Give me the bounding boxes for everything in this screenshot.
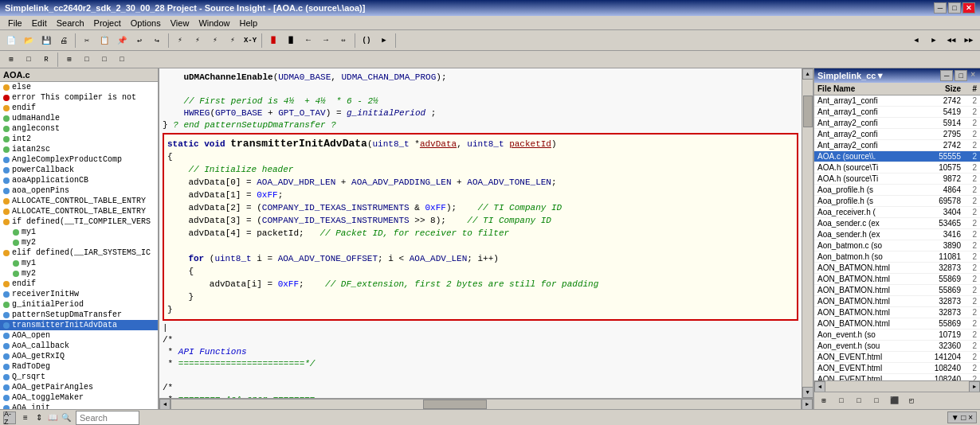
tb-icon6[interactable]: ▐▌ [283, 33, 299, 49]
symbol-item[interactable]: transmitterInitAdvData [0, 320, 158, 330]
tb-right4[interactable]: ▶▶ [961, 33, 977, 49]
rp-btn6[interactable]: ◰ [904, 393, 919, 409]
right-scroll-right[interactable]: ► [969, 381, 980, 392]
status-btn4[interactable]: 🔍 [60, 411, 73, 424]
symbol-item[interactable]: int2 [0, 134, 158, 144]
minimize-button[interactable]: ─ [934, 2, 947, 14]
file-item[interactable]: Aoa_profile.h (s695782 [814, 196, 980, 207]
symbol-item[interactable]: patternSetupDmaTransfer [0, 310, 158, 320]
symbol-item[interactable]: AOA_init [0, 403, 158, 409]
file-item[interactable]: AON_EVENT.html1412042 [814, 352, 980, 363]
paste-button[interactable]: 📌 [114, 33, 130, 49]
menu-project[interactable]: Project [89, 16, 126, 29]
file-item[interactable]: AOA.c (source\\.555552 [814, 151, 980, 162]
symbol-item[interactable]: my2 [10, 237, 158, 248]
code-scrollbar[interactable]: ▲ ▼ [802, 68, 813, 398]
file-item[interactable]: Aon_batmon.h (so110812 [814, 251, 980, 263]
tb2-icon3[interactable]: R [38, 52, 54, 68]
symbol-item[interactable]: my1 [10, 227, 158, 237]
file-item[interactable]: Aoa_sender.c (ex534652 [814, 218, 980, 229]
file-item[interactable]: AOA.h (source\Ti105752 [814, 162, 980, 174]
new-button[interactable]: 📄 [3, 33, 19, 49]
file-item[interactable]: AON_BATMON.html328732 [814, 307, 980, 318]
file-item[interactable]: Ant_array2_confi27422 [814, 140, 980, 151]
file-list[interactable]: Ant_array1_confi27422Ant_array1_confi541… [814, 96, 980, 380]
file-item[interactable]: Aoa_profile.h (s48642 [814, 185, 980, 196]
symbol-item[interactable]: AngleComplexProductComp [0, 154, 158, 165]
symbol-item[interactable]: ALLOCATE_CONTROL_TABLE_ENTRY [0, 206, 158, 216]
symbol-item[interactable]: else [0, 82, 158, 92]
az-icon[interactable]: A-Z [3, 411, 16, 424]
symbol-item[interactable]: angleconst [0, 123, 158, 134]
file-item[interactable]: AON_BATMON.html328732 [814, 263, 980, 274]
file-item[interactable]: AON_BATMON.html558692 [814, 318, 980, 329]
symbol-item[interactable]: RadToDeg [0, 361, 158, 372]
file-item[interactable]: Aon_batmon.c (so38902 [814, 240, 980, 251]
code-editor[interactable]: uDMAChannelEnable(UDMA0_BASE, UDMA_CHAN_… [159, 68, 802, 398]
symbol-item[interactable]: udmaHandle [0, 113, 158, 123]
symbol-item[interactable]: elif defined(__IAR_SYSTEMS_IC [0, 248, 158, 258]
file-item[interactable]: Ant_array1_confi54192 [814, 107, 980, 118]
rp-btn4[interactable]: □ [868, 393, 884, 409]
symbol-item[interactable]: my1 [10, 258, 158, 268]
tb-icon3[interactable]: ⚡ [207, 33, 223, 49]
file-item[interactable]: AON_EVENT.html1082402 [814, 363, 980, 374]
redo-button[interactable]: ↪ [149, 33, 165, 49]
h-scroll-track[interactable] [171, 399, 802, 410]
rp-btn5[interactable]: ⬛ [886, 393, 902, 409]
symbol-item[interactable]: iatan2sc [0, 144, 158, 154]
symbol-item[interactable]: ALLOCATE_CONTROL_TABLE_ENTRY [0, 196, 158, 206]
cut-button[interactable]: ✂ [79, 33, 95, 49]
menu-options[interactable]: Options [126, 16, 166, 29]
symbol-item[interactable]: aoa_openPins [0, 185, 158, 196]
symbol-item[interactable]: endif [0, 279, 158, 289]
symbol-item[interactable]: AoA_callback [0, 341, 158, 351]
save-button[interactable]: 💾 [38, 33, 54, 49]
tb-icon2[interactable]: ⚡ [190, 33, 206, 49]
file-item[interactable]: Ant_array2_confi27952 [814, 129, 980, 140]
file-item[interactable]: AON_BATMON.html328732 [814, 296, 980, 307]
file-item[interactable]: AOA.h (source\Ti98722 [814, 174, 980, 185]
tb-right2[interactable]: ▶ [926, 33, 942, 49]
scroll-up-btn[interactable]: ▲ [802, 68, 813, 80]
tb-icon7[interactable]: ▶ [376, 33, 392, 49]
tb-icon1[interactable]: ⚡ [172, 33, 188, 49]
symbol-item[interactable]: Q_rsqrt [0, 372, 158, 382]
scroll-down-btn[interactable]: ▼ [802, 387, 813, 398]
open-button[interactable]: 📂 [21, 33, 37, 49]
panel-maximize[interactable]: □ [955, 70, 967, 81]
scroll-left-btn[interactable]: ◄ [159, 399, 171, 410]
menu-help[interactable]: Help [235, 16, 263, 29]
symbol-item[interactable]: endif [0, 103, 158, 113]
symbol-list[interactable]: elseerror This compiler is notendifudmaH… [0, 82, 158, 409]
tb-right3[interactable]: ◀◀ [943, 33, 959, 49]
forward-button[interactable]: → [318, 33, 334, 49]
right-scroll-left[interactable]: ◄ [814, 381, 825, 392]
file-item[interactable]: Aoa_receiver.h (34042 [814, 207, 980, 218]
tb-right1[interactable]: ◀ [908, 33, 924, 49]
status-btn1[interactable]: ≡ [19, 411, 32, 424]
file-item[interactable]: AON_EVENT.html1082402 [814, 374, 980, 380]
xy-button[interactable]: X-Y [242, 33, 258, 49]
tb2-icon1[interactable]: ⊞ [3, 52, 19, 68]
search-input[interactable] [76, 411, 139, 425]
scroll-thumb[interactable] [803, 96, 813, 127]
fn-button[interactable]: () [359, 33, 374, 49]
file-item[interactable]: Aoa_sender.h (ex34162 [814, 229, 980, 240]
menu-view[interactable]: View [166, 16, 194, 29]
tb2-icon7[interactable]: □ [114, 52, 130, 68]
print-button[interactable]: 🖨 [56, 33, 72, 49]
symbol-item[interactable]: AOA_toggleMaker [0, 392, 158, 403]
file-item[interactable]: Ant_array2_confi59142 [814, 118, 980, 129]
scroll-track[interactable] [802, 80, 813, 387]
status-btn3[interactable]: 📖 [46, 411, 59, 424]
symbol-item[interactable]: error This compiler is not [0, 92, 158, 103]
rp-btn2[interactable]: □ [833, 393, 849, 409]
rp-btn3[interactable]: □ [851, 393, 867, 409]
menu-window[interactable]: Window [194, 16, 234, 29]
symbol-item[interactable]: powerCallback [0, 165, 158, 175]
file-item[interactable]: AON_BATMON.html558692 [814, 274, 980, 285]
tb2-icon5[interactable]: □ [79, 52, 95, 68]
symbol-item[interactable]: g_initialPeriod [0, 299, 158, 310]
symbol-item[interactable]: if defined(__TI_COMPILER_VERS [0, 216, 158, 227]
